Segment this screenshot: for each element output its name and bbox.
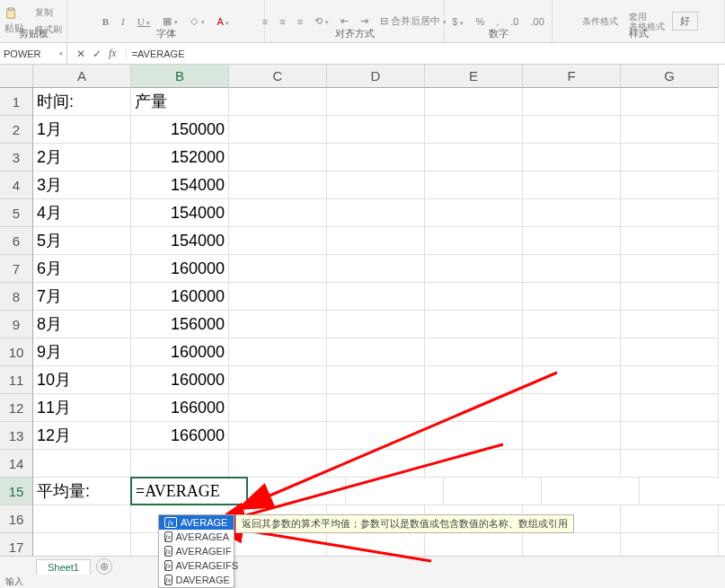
row-header-4[interactable]: 4 (0, 171, 33, 199)
row-header-14[interactable]: 14 (0, 450, 33, 478)
name-box-dropdown-icon[interactable]: ▾ (59, 50, 63, 57)
cell-B14[interactable] (131, 450, 229, 478)
align-top-button[interactable]: ≡ (259, 14, 271, 29)
row-header-8[interactable]: 8 (0, 283, 33, 311)
cell-D5[interactable] (327, 199, 425, 227)
sheet-tab[interactable]: Sheet1 (36, 559, 91, 575)
row-header-1[interactable]: 1 (0, 88, 33, 116)
cell-F7[interactable] (523, 255, 621, 283)
cell-C14[interactable] (229, 450, 327, 478)
cell-F11[interactable] (523, 366, 621, 394)
formula-bar[interactable]: =AVERAGE (127, 48, 725, 59)
cell-E13[interactable] (425, 422, 523, 450)
cell-B1[interactable]: 产量 (131, 88, 229, 116)
cell-A9[interactable]: 8月 (33, 311, 131, 338)
cell-C5[interactable] (229, 199, 327, 227)
cell-F13[interactable] (523, 422, 621, 450)
bold-button[interactable]: B (99, 14, 112, 29)
cell-A2[interactable]: 1月 (33, 116, 131, 144)
cell-A14[interactable] (33, 450, 131, 478)
select-all-corner[interactable] (0, 65, 33, 88)
cell-A15[interactable]: 平均量: (33, 478, 131, 505)
cell-D11[interactable] (327, 366, 425, 394)
cell-B15[interactable]: =AVERAGE (130, 477, 248, 505)
cancel-formula-button[interactable]: ✕ (76, 48, 85, 60)
cell-B6[interactable]: 154000 (131, 227, 229, 255)
cell-D6[interactable] (327, 227, 425, 255)
cell-B7[interactable]: 160000 (131, 255, 229, 283)
row-header-6[interactable]: 6 (0, 227, 33, 255)
cell-F14[interactable] (523, 450, 621, 478)
italic-button[interactable]: I (118, 14, 128, 29)
row-header-11[interactable]: 11 (0, 366, 33, 394)
cell-E12[interactable] (425, 394, 523, 422)
inc-dec-button[interactable]: .0 (507, 14, 522, 29)
cell-D9[interactable] (327, 311, 425, 338)
cell-G7[interactable] (621, 255, 719, 283)
cell-C3[interactable] (229, 144, 327, 171)
name-box[interactable]: POWER ▾ (0, 44, 67, 64)
cell-C6[interactable] (229, 227, 327, 255)
cell-F2[interactable] (523, 116, 621, 144)
cell-C2[interactable] (229, 116, 327, 144)
cell-B5[interactable]: 154000 (131, 199, 229, 227)
row-header-3[interactable]: 3 (0, 144, 33, 171)
cell-G10[interactable] (621, 338, 719, 366)
cell-B9[interactable]: 156000 (131, 311, 229, 338)
cell-D2[interactable] (327, 116, 425, 144)
cell-F6[interactable] (523, 227, 621, 255)
cell-E5[interactable] (425, 199, 523, 227)
cell-E9[interactable] (425, 311, 523, 338)
cell-D4[interactable] (327, 171, 425, 199)
cell-F9[interactable] (523, 311, 621, 338)
align-bot-button[interactable]: ≡ (294, 14, 306, 29)
cell-G11[interactable] (621, 366, 719, 394)
cell-C4[interactable] (229, 171, 327, 199)
row-header-7[interactable]: 7 (0, 255, 33, 283)
cell-F15[interactable] (542, 478, 640, 505)
cell-G3[interactable] (621, 144, 719, 171)
cell-F1[interactable] (523, 88, 621, 116)
cell-A10[interactable]: 9月 (33, 338, 131, 366)
autocomplete-item[interactable]: fxAVERAGEA (159, 530, 234, 544)
cell-G14[interactable] (621, 450, 719, 478)
cell-D10[interactable] (327, 338, 425, 366)
cell-C1[interactable] (229, 88, 327, 116)
cell-G15[interactable] (640, 478, 725, 505)
cell-A4[interactable]: 3月 (33, 171, 131, 199)
cell-C8[interactable] (229, 283, 327, 311)
currency-button[interactable]: $ ▾ (448, 14, 467, 29)
cell-C12[interactable] (229, 394, 327, 422)
cell-E3[interactable] (425, 144, 523, 171)
cell-B13[interactable]: 166000 (131, 422, 229, 450)
cell-B8[interactable]: 160000 (131, 283, 229, 311)
cell-E6[interactable] (425, 227, 523, 255)
cell-E1[interactable] (425, 88, 523, 116)
cell-D12[interactable] (327, 394, 425, 422)
insert-function-button[interactable]: fx (109, 47, 117, 60)
copy-button[interactable]: 复制 (31, 4, 66, 21)
cell-D13[interactable] (327, 422, 425, 450)
col-header-D[interactable]: D (327, 65, 425, 88)
good-style-button[interactable]: 好 (672, 12, 698, 31)
cell-G12[interactable] (621, 394, 719, 422)
cell-F8[interactable] (523, 283, 621, 311)
add-sheet-button[interactable]: ⊕ (96, 558, 112, 575)
cell-F10[interactable] (523, 338, 621, 366)
cell-A6[interactable]: 5月 (33, 227, 131, 255)
font-color-button[interactable]: A ▾ (214, 14, 234, 29)
cell-A16[interactable] (33, 505, 131, 533)
cell-E11[interactable] (425, 366, 523, 394)
cell-C7[interactable] (229, 255, 327, 283)
cell-B2[interactable]: 150000 (131, 116, 229, 144)
autocomplete-item[interactable]: fxAVERAGE (159, 515, 234, 530)
cell-G2[interactable] (621, 116, 719, 144)
align-mid-button[interactable]: ≡ (276, 14, 288, 29)
cell-D3[interactable] (327, 144, 425, 171)
cond-format-button[interactable]: 条件格式 (579, 14, 622, 28)
cell-A7[interactable]: 6月 (33, 255, 131, 283)
dec-dec-button[interactable]: .00 (526, 14, 547, 29)
cell-E7[interactable] (425, 255, 523, 283)
row-header-9[interactable]: 9 (0, 311, 33, 338)
cell-D1[interactable] (327, 88, 425, 116)
